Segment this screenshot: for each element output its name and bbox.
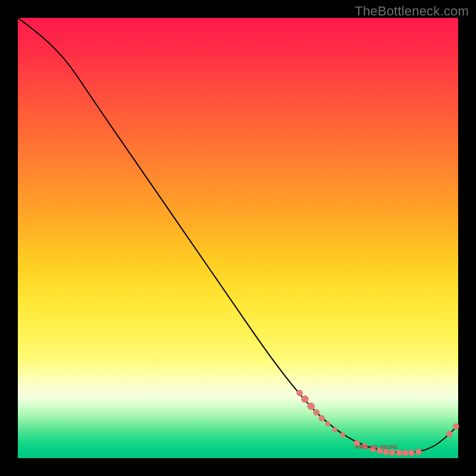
data-marker xyxy=(325,421,330,426)
data-marker xyxy=(453,424,459,430)
bottleneck-curve xyxy=(18,18,458,453)
data-marker xyxy=(297,390,303,396)
data-marker xyxy=(415,449,421,455)
plot-area: AMD HD 6520G xyxy=(18,18,458,458)
data-marker xyxy=(314,409,320,415)
data-marker xyxy=(319,415,325,421)
data-marker xyxy=(409,450,415,456)
chart-svg xyxy=(18,18,458,458)
data-marker xyxy=(333,427,337,432)
data-marker xyxy=(340,433,345,437)
data-marker xyxy=(302,396,309,403)
data-marker xyxy=(383,449,389,455)
chart-frame: TheBottleneck.com AMD HD 6520G xyxy=(0,0,476,476)
data-marker xyxy=(396,450,402,456)
watermark-text: TheBottleneck.com xyxy=(355,4,469,19)
data-marker xyxy=(389,449,395,455)
data-marker xyxy=(308,403,315,410)
series-label: AMD HD 6520G xyxy=(355,444,398,450)
data-marker xyxy=(446,431,452,437)
data-marker xyxy=(402,450,408,456)
